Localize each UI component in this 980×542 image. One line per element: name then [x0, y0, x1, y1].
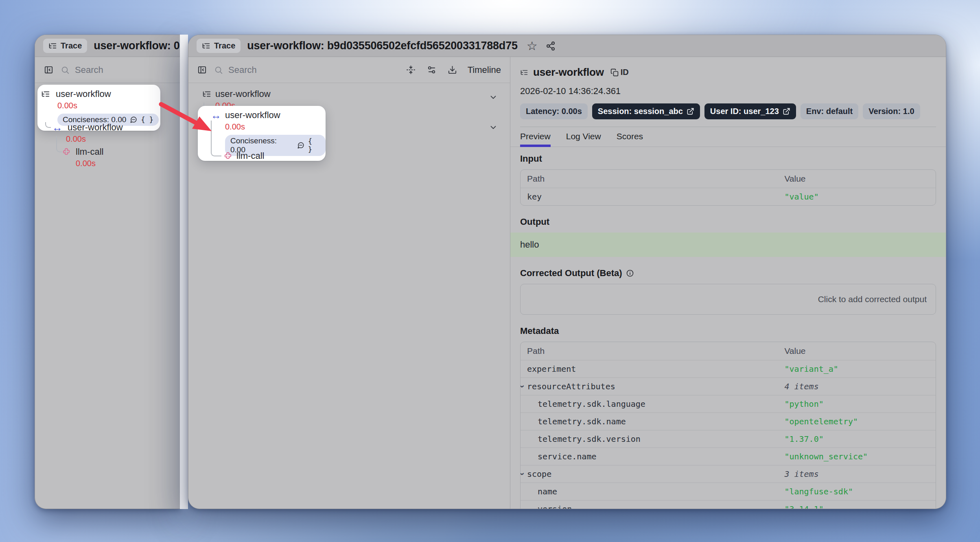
span-duration: 0.00s: [57, 101, 160, 110]
tab-preview[interactable]: Preview: [520, 127, 551, 147]
table-row[interactable]: resourceAttributes 4 items: [521, 378, 936, 395]
chevron-down-icon[interactable]: [489, 123, 498, 132]
input-table: Path Value key "value": [520, 169, 936, 206]
external-link-icon: [783, 108, 790, 115]
table-row: key "value": [521, 188, 936, 205]
add-corrected-output-button[interactable]: Click to add corrected output: [520, 284, 936, 315]
span-name: user-workflow: [56, 89, 111, 99]
trace-chip-label: Trace: [214, 41, 235, 50]
search-icon: [214, 66, 223, 75]
table-header: Path Value: [521, 170, 936, 188]
trace-root-icon: [202, 90, 211, 99]
trace-chip-label: Trace: [61, 41, 82, 50]
search-placeholder: Search: [75, 65, 103, 75]
session-badge[interactable]: Session: session_abc: [592, 103, 700, 119]
download-icon[interactable]: [448, 65, 457, 75]
sliders-icon[interactable]: [427, 65, 436, 75]
table-header: Path Value: [521, 342, 936, 360]
span-duration: 0.00s: [76, 159, 103, 168]
user-id-badge[interactable]: User ID: user_123: [704, 103, 796, 119]
output-section-label: Output: [520, 217, 936, 227]
fold-vertical-icon[interactable]: [406, 65, 416, 75]
span-duration: 0.00s: [225, 122, 326, 132]
metadata-table: Path Value experiment "variant_a" resour…: [520, 342, 936, 509]
list-tree-icon: [202, 42, 210, 50]
table-row: version "3.14.1": [521, 500, 936, 509]
move-horizontal-icon: ↔: [52, 122, 63, 133]
search-icon: [61, 66, 70, 75]
env-badge: Env: default: [801, 103, 858, 119]
table-row: name "langfuse-sdk": [521, 483, 936, 500]
input-section-label: Input: [520, 154, 936, 164]
span-duration: 0.00s: [66, 134, 123, 144]
comment-icon: [297, 142, 304, 149]
titlebar: Trace user-workflow: b9d035506502efcfd56…: [188, 35, 946, 57]
generation-clover-icon: [62, 147, 71, 156]
foreground-trace-window: Trace user-workflow: b9d035506502efcfd56…: [188, 35, 946, 509]
panel-collapse-icon[interactable]: [197, 65, 207, 75]
table-row[interactable]: scope 3 items: [521, 465, 936, 483]
tree-row-child[interactable]: ↔ user-workflow 0.00s: [52, 122, 123, 144]
search-input[interactable]: Search: [61, 65, 103, 75]
comment-icon: [130, 116, 137, 123]
external-link-icon: [687, 108, 694, 115]
annotation-arrow: [157, 99, 222, 143]
version-badge: Version: 1.0: [863, 103, 920, 119]
star-icon[interactable]: ☆: [527, 40, 538, 52]
list-tree-icon: [48, 42, 57, 50]
generation-clover-icon: [223, 151, 232, 160]
trace-tree-panel: Search Timeline: [188, 57, 510, 509]
json-braces-icon: { }: [308, 137, 320, 154]
span-detail-title: user-workflow: [533, 66, 604, 79]
tree-row-grandchild[interactable]: llm-call: [223, 151, 264, 161]
share-icon[interactable]: [546, 41, 556, 51]
search-placeholder: Search: [228, 65, 257, 75]
tab-scores[interactable]: Scores: [617, 127, 643, 147]
chevron-down-icon[interactable]: [489, 93, 498, 102]
trace-type-chip: Trace: [43, 39, 87, 53]
copy-id-button[interactable]: ID: [610, 68, 629, 77]
trace-root-icon: [520, 68, 528, 77]
timeline-toggle[interactable]: Timeline: [468, 65, 501, 75]
tree-connector: [56, 136, 62, 152]
copy-icon: [610, 68, 619, 77]
output-value: hello: [510, 233, 946, 257]
info-icon: [626, 269, 634, 277]
titlebar: Trace user-workflow: 0bde: [35, 35, 180, 57]
detail-tabs: Preview Log View Scores: [510, 127, 946, 147]
panel-collapse-icon[interactable]: [44, 65, 53, 75]
search-input[interactable]: Search: [214, 65, 257, 75]
table-row: telemetry.sdk.language "python": [521, 395, 936, 413]
table-row: service.name "unknown_service": [521, 448, 936, 465]
table-row: telemetry.sdk.version "1.37.0": [521, 430, 936, 448]
tab-log-view[interactable]: Log View: [566, 127, 601, 147]
latency-badge: Latency: 0.00s: [520, 103, 588, 119]
trace-timestamp: 2026-02-10 14:36:24.361: [520, 86, 936, 97]
metadata-section-label: Metadata: [520, 326, 936, 336]
trace-title: user-workflow: 0bde: [94, 39, 180, 52]
span-tree: user-workflow 0.00s ↔ user-workflow 0.00…: [188, 83, 510, 509]
corrected-output-section-label: Corrected Output (Beta): [520, 268, 936, 279]
trace-type-chip: Trace: [197, 39, 241, 53]
caret-icon[interactable]: [520, 382, 527, 391]
caret-icon[interactable]: [520, 470, 527, 478]
table-row: telemetry.sdk.name "opentelemetry": [521, 413, 936, 430]
span-detail-panel: user-workflow ID 2026-02-10 14:36:24.361…: [510, 57, 946, 509]
id-label: ID: [621, 68, 629, 77]
trace-root-icon: [41, 90, 50, 99]
table-row: experiment "variant_a": [521, 360, 936, 378]
tree-row-grandchild[interactable]: llm-call 0.00s: [62, 147, 103, 168]
span-tree: user-workflow 0.00s Conciseness: 0.00 { …: [35, 83, 180, 509]
trace-title: user-workflow: b9d035506502efcfd56520033…: [247, 39, 518, 52]
json-braces-icon: { }: [141, 116, 153, 124]
